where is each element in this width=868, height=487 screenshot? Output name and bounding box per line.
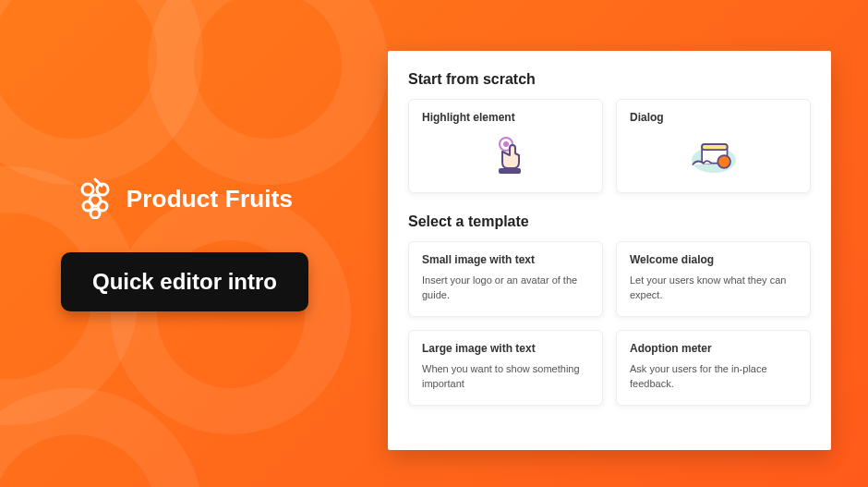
section-heading-scratch: Start from scratch	[408, 71, 811, 88]
card-desc: Insert your logo or an avatar of the gui…	[422, 274, 589, 303]
card-title: Large image with text	[422, 342, 589, 355]
card-desc: When you want to show something importan…	[422, 362, 589, 392]
card-large-image-with-text[interactable]: Large image with text When you want to s…	[408, 330, 603, 406]
tap-hand-icon	[478, 133, 534, 179]
svg-rect-11	[702, 144, 727, 150]
banner-title: Quick editor intro	[61, 252, 308, 311]
svg-point-12	[717, 155, 730, 168]
browser-sun-icon	[686, 133, 741, 179]
grapes-icon	[77, 177, 114, 223]
card-desc: Let your users know what they can expect…	[630, 274, 797, 303]
brand-name: Product Fruits	[127, 185, 293, 213]
editor-panel: Start from scratch Highlight element Dia…	[388, 51, 831, 450]
card-title: Dialog	[630, 111, 664, 124]
card-adoption-meter[interactable]: Adoption meter Ask your users for the in…	[616, 330, 811, 406]
svg-point-5	[90, 209, 100, 218]
card-highlight-element[interactable]: Highlight element	[408, 99, 603, 193]
scratch-grid: Highlight element Dialog	[408, 99, 811, 193]
card-desc: Ask your users for the in-place feedback…	[630, 362, 797, 392]
card-title: Highlight element	[422, 111, 515, 124]
svg-point-7	[503, 141, 509, 147]
card-dialog[interactable]: Dialog	[616, 99, 811, 193]
promo-stage: Product Fruits Quick editor intro Start …	[0, 0, 868, 487]
card-title: Adoption meter	[630, 342, 797, 355]
card-title: Welcome dialog	[630, 253, 797, 266]
templates-grid: Small image with text Insert your logo o…	[408, 241, 811, 406]
brand: Product Fruits	[77, 177, 293, 223]
svg-point-0	[82, 184, 93, 195]
svg-rect-8	[499, 168, 521, 174]
hero-left: Product Fruits Quick editor intro	[0, 0, 369, 487]
card-small-image-with-text[interactable]: Small image with text Insert your logo o…	[408, 241, 603, 317]
card-title: Small image with text	[422, 253, 589, 266]
section-heading-templates: Select a template	[408, 213, 811, 230]
card-welcome-dialog[interactable]: Welcome dialog Let your users know what …	[616, 241, 811, 317]
